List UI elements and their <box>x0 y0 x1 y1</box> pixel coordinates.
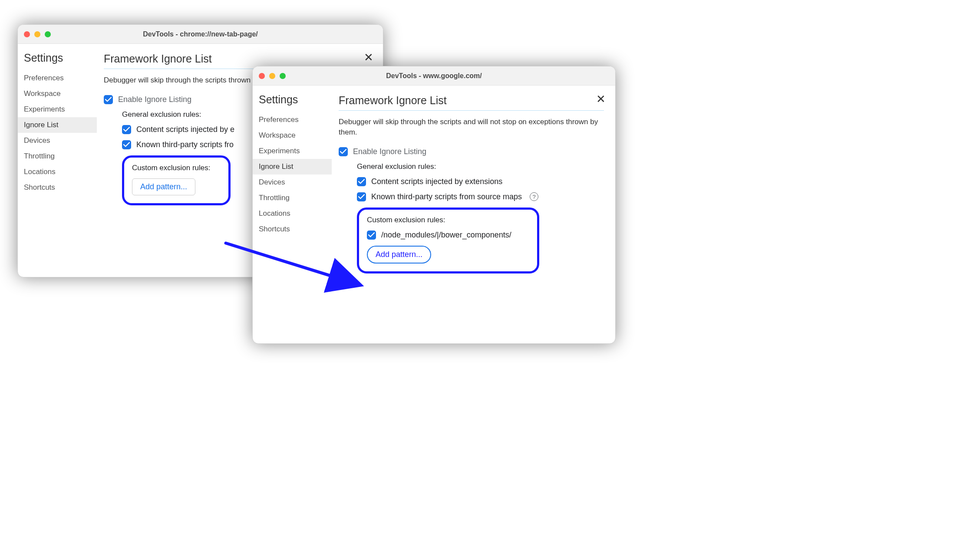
settings-panel: ✕ Framework Ignore List Debugger will sk… <box>332 86 615 343</box>
content-scripts-label: Content scripts injected by extensions <box>371 177 502 186</box>
custom-rules-callout: Custom exclusion rules: Add pattern... <box>122 155 231 205</box>
help-icon[interactable]: ? <box>530 192 538 201</box>
third-party-scripts-row[interactable]: Known third-party scripts from source ma… <box>357 192 604 201</box>
custom-rules-callout: Custom exclusion rules: /node_modules/|/… <box>357 208 539 273</box>
maximize-window-icon[interactable] <box>45 31 51 37</box>
checkbox-checked-icon[interactable] <box>104 95 113 104</box>
sidebar-item-devices[interactable]: Devices <box>18 133 97 148</box>
enable-ignore-listing-label: Enable Ignore Listing <box>353 147 426 156</box>
checkbox-checked-icon[interactable] <box>122 125 131 134</box>
enable-ignore-listing-row[interactable]: Enable Ignore Listing <box>339 147 604 156</box>
custom-rules-heading: Custom exclusion rules: <box>367 216 529 224</box>
window-title: DevTools - chrome://new-tab-page/ <box>18 30 383 38</box>
sidebar-item-shortcuts[interactable]: Shortcuts <box>253 221 332 237</box>
third-party-scripts-label: Known third-party scripts from source ma… <box>371 192 522 201</box>
devtools-window-2: DevTools - www.google.com/ Settings Pref… <box>252 66 616 344</box>
general-rules-heading: General exclusion rules: <box>357 162 604 171</box>
titlebar[interactable]: DevTools - chrome://new-tab-page/ <box>18 25 383 44</box>
custom-pattern-row[interactable]: /node_modules/|/bower_components/ <box>367 231 529 240</box>
sidebar-item-preferences[interactable]: Preferences <box>18 70 97 86</box>
checkbox-checked-icon[interactable] <box>122 140 131 149</box>
close-window-icon[interactable] <box>259 73 265 79</box>
sidebar-item-ignore-list[interactable]: Ignore List <box>253 159 332 175</box>
close-window-icon[interactable] <box>24 31 30 37</box>
sidebar-item-experiments[interactable]: Experiments <box>253 143 332 159</box>
close-icon[interactable]: ✕ <box>364 52 373 63</box>
custom-rules-heading: Custom exclusion rules: <box>132 164 221 172</box>
sidebar-item-workspace[interactable]: Workspace <box>18 86 97 102</box>
settings-heading: Settings <box>253 93 332 112</box>
settings-heading: Settings <box>18 52 97 70</box>
third-party-scripts-label: Known third-party scripts fro <box>136 140 234 149</box>
sidebar-item-throttling[interactable]: Throttling <box>253 190 332 206</box>
content-scripts-label: Content scripts injected by e <box>136 125 234 134</box>
settings-sidebar: Settings Preferences Workspace Experimen… <box>18 44 97 277</box>
settings-sidebar: Settings Preferences Workspace Experimen… <box>253 86 332 343</box>
checkbox-checked-icon[interactable] <box>339 147 348 156</box>
content-scripts-row[interactable]: Content scripts injected by extensions <box>357 177 604 186</box>
sidebar-item-workspace[interactable]: Workspace <box>253 128 332 143</box>
sidebar-item-shortcuts[interactable]: Shortcuts <box>18 180 97 195</box>
checkbox-checked-icon[interactable] <box>367 231 376 240</box>
close-icon[interactable]: ✕ <box>596 93 606 105</box>
sidebar-item-experiments[interactable]: Experiments <box>18 102 97 117</box>
add-pattern-button[interactable]: Add pattern... <box>367 246 431 264</box>
panel-title: Framework Ignore List <box>339 94 604 111</box>
minimize-window-icon[interactable] <box>34 31 40 37</box>
enable-ignore-listing-label: Enable Ignore Listing <box>118 95 191 104</box>
titlebar[interactable]: DevTools - www.google.com/ <box>253 66 615 86</box>
checkbox-checked-icon[interactable] <box>357 177 366 186</box>
sidebar-item-locations[interactable]: Locations <box>18 164 97 180</box>
minimize-window-icon[interactable] <box>269 73 275 79</box>
window-title: DevTools - www.google.com/ <box>253 72 615 80</box>
maximize-window-icon[interactable] <box>280 73 286 79</box>
add-pattern-button[interactable]: Add pattern... <box>132 178 195 195</box>
checkbox-checked-icon[interactable] <box>357 192 366 201</box>
sidebar-item-preferences[interactable]: Preferences <box>253 112 332 128</box>
sidebar-item-locations[interactable]: Locations <box>253 206 332 221</box>
sidebar-item-devices[interactable]: Devices <box>253 175 332 190</box>
custom-pattern-label: /node_modules/|/bower_components/ <box>381 231 511 240</box>
panel-description: Debugger will skip through the scripts a… <box>339 117 604 138</box>
sidebar-item-throttling[interactable]: Throttling <box>18 148 97 164</box>
sidebar-item-ignore-list[interactable]: Ignore List <box>18 117 97 133</box>
